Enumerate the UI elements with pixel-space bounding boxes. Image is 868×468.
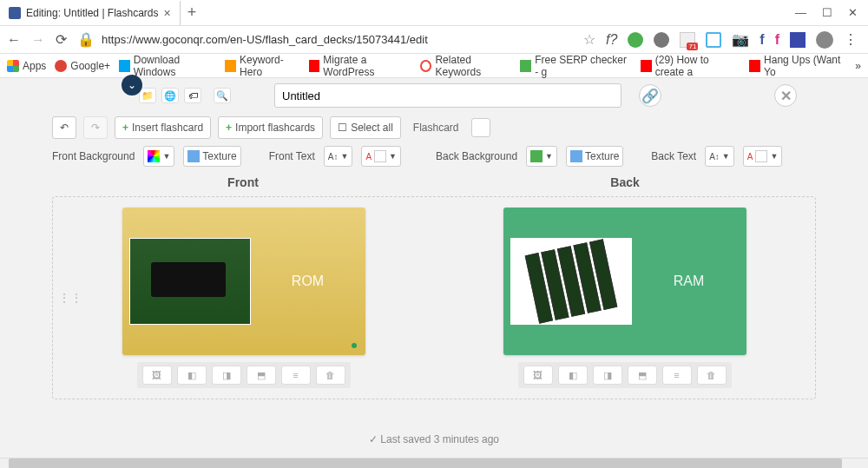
image-only-icon[interactable]: 🖼 (142, 366, 172, 385)
mini-icon-row: 📁 🌐 🏷 🔍 (139, 88, 231, 103)
youtube-icon (749, 60, 760, 72)
front-text-label: Front Text (269, 150, 315, 162)
card-zone: Front Back ⋮⋮ ROM 🖼 ◧ ◨ ⬒ ≡ 🗑 (0, 175, 868, 399)
image-left-icon[interactable]: ◧ (177, 366, 207, 385)
ext-fb-icon[interactable]: f (760, 32, 764, 48)
card-front[interactable]: ROM (122, 208, 365, 355)
window-controls: — ☐ ✕ (795, 6, 868, 19)
select-all-button[interactable]: ☐Select all (330, 116, 401, 139)
ext-badge: 71 (687, 43, 698, 50)
window-close-icon[interactable]: ✕ (848, 6, 858, 19)
delete-card-icon[interactable]: 🗑 (316, 366, 345, 385)
front-bg-color[interactable]: ▼ (143, 146, 174, 167)
back-text-label: Back Text (651, 150, 696, 162)
back-text-font[interactable]: A↕▼ (705, 146, 734, 167)
window-minimize-icon[interactable]: — (795, 6, 806, 19)
flashcard-placeholder-icon[interactable] (471, 118, 490, 137)
bookmark-googleplus[interactable]: Google+ (55, 60, 110, 72)
attachment-button[interactable]: 🔗 (639, 84, 661, 107)
front-text-font[interactable]: A↕▼ (324, 146, 353, 167)
apps-button[interactable]: Apps (7, 60, 46, 72)
image-left-icon[interactable]: ◧ (558, 366, 588, 385)
grid-icon (7, 60, 19, 72)
tab-favicon (9, 7, 21, 19)
back-text-color[interactable]: A▼ (743, 146, 783, 167)
bookmark-howto[interactable]: (29) How to create a (641, 54, 740, 78)
new-tab-button[interactable]: + (187, 3, 197, 22)
image-right-icon[interactable]: ◨ (593, 366, 622, 385)
insert-flashcard-button[interactable]: +Insert flashcard (115, 116, 211, 139)
drag-handle-icon[interactable]: ⋮⋮ (58, 291, 82, 305)
bookmark-serp[interactable]: Free SERP checker - g (520, 54, 632, 78)
text-only-icon[interactable]: ≡ (662, 366, 692, 385)
delete-card-icon[interactable]: 🗑 (697, 366, 727, 385)
checkbox-icon: ☐ (338, 122, 347, 134)
back-heading: Back (434, 175, 816, 189)
bookmarks-overflow[interactable]: » (855, 60, 861, 72)
reload-icon[interactable]: ⟳ (56, 31, 67, 48)
horizontal-scrollbar[interactable] (0, 458, 868, 468)
front-text-color[interactable]: A▼ (361, 146, 401, 167)
status-dot-icon (352, 343, 357, 348)
bookmark-migrate-wp[interactable]: Migrate a WordPress (309, 54, 412, 78)
youtube-icon (641, 60, 652, 72)
ext-grey-icon[interactable] (654, 32, 669, 48)
profile-avatar[interactable] (816, 31, 833, 49)
back-bg-color[interactable]: ▼ (526, 146, 557, 167)
text-only-icon[interactable]: ≡ (281, 366, 311, 385)
tab-title: Editing: Untitled | Flashcards (26, 7, 159, 19)
lock-icon: 🔒 (77, 31, 95, 48)
googleplus-icon (55, 60, 67, 72)
front-bg-texture[interactable]: Texture (183, 146, 240, 167)
browser-titlebar: Editing: Untitled | Flashcards × + — ☐ ✕ (0, 0, 868, 26)
bookmark-keyword-hero[interactable]: Keyword-Hero (225, 54, 299, 78)
kebab-icon[interactable]: ⋮ (844, 31, 858, 48)
search-icon[interactable]: 🔍 (214, 88, 231, 103)
globe-icon[interactable]: 🌐 (161, 88, 179, 103)
ext-shield-icon[interactable]: 71 (680, 32, 695, 48)
undo-button[interactable]: ↶ (52, 116, 76, 139)
browser-tab[interactable]: Editing: Untitled | Flashcards × (0, 1, 181, 25)
back-icon[interactable]: ← (7, 32, 21, 48)
front-bg-label: Front Background (52, 150, 135, 162)
image-top-icon[interactable]: ⬒ (247, 366, 276, 385)
ext-badge-icon[interactable] (790, 32, 806, 48)
window-maximize-icon[interactable]: ☐ (822, 6, 832, 19)
circle-icon (420, 60, 431, 72)
tag-icon[interactable]: 🏷 (184, 88, 201, 103)
image-top-icon[interactable]: ⬒ (628, 366, 657, 385)
close-tab-icon[interactable]: × (164, 6, 171, 20)
import-flashcards-button[interactable]: +Import flashcards (218, 116, 323, 139)
close-editor-button[interactable]: ✕ (774, 84, 797, 107)
back-bg-label: Back Background (436, 150, 517, 162)
folder-icon[interactable]: 📁 (139, 88, 156, 103)
front-heading: Front (52, 175, 434, 189)
redo-button[interactable]: ↷ (83, 116, 108, 139)
back-card-image (510, 238, 632, 325)
ext-f-icon[interactable]: f? (606, 32, 617, 48)
flashcard-row: ⋮⋮ ROM 🖼 ◧ ◨ ⬒ ≡ 🗑 (52, 196, 816, 399)
url-text: https://www.goconqr.com/en-US/flash_card… (102, 33, 428, 46)
forward-icon[interactable]: → (31, 32, 45, 48)
ext-green-icon[interactable] (628, 32, 643, 48)
deck-title-input[interactable] (274, 83, 621, 108)
flashcard-label: Flashcard (408, 122, 464, 134)
collapse-header-button[interactable]: ⌄ (122, 75, 142, 96)
star-icon[interactable]: ☆ (583, 31, 595, 48)
ext-camera-icon[interactable]: 📷 (732, 31, 749, 48)
ext-fancy-icon[interactable]: f (775, 32, 779, 48)
bookmark-related[interactable]: Related Keywords (420, 54, 511, 78)
youtube-icon (309, 60, 320, 72)
url-region[interactable]: 🔒 https://www.goconqr.com/en-US/flash_ca… (77, 31, 573, 48)
back-column: RAM 🖼 ◧ ◨ ⬒ ≡ 🗑 (451, 208, 798, 388)
windows-icon (119, 60, 130, 72)
back-card-tools: 🖼 ◧ ◨ ⬒ ≡ 🗑 (518, 362, 732, 388)
image-right-icon[interactable]: ◨ (212, 366, 241, 385)
ext-window-icon[interactable] (706, 32, 721, 48)
bookmark-hangups[interactable]: Hang Ups (Want Yo (749, 54, 846, 78)
keyword-hero-icon (225, 60, 236, 72)
card-back[interactable]: RAM (503, 208, 746, 355)
image-only-icon[interactable]: 🖼 (523, 366, 553, 385)
front-column: ROM 🖼 ◧ ◨ ⬒ ≡ 🗑 (70, 208, 417, 388)
back-bg-texture[interactable]: Texture (566, 146, 623, 167)
